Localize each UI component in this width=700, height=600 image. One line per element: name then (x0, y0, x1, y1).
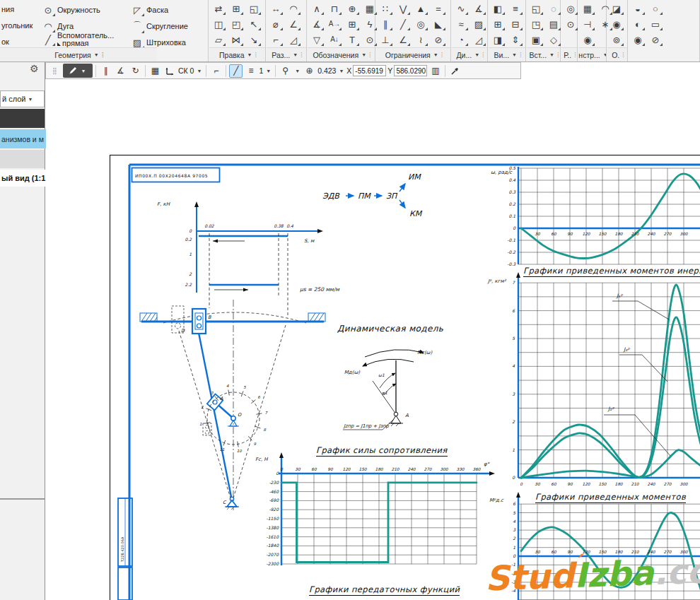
tool-icon[interactable]: ◿ (286, 32, 301, 47)
group-caption[interactable]: Инстр...▼⁞ (578, 47, 606, 61)
zoom-icon[interactable]: ⊕ (303, 64, 316, 78)
tool-icon[interactable]: ∡ (309, 16, 325, 32)
tool-icon[interactable]: ◎ (563, 1, 578, 16)
tool-icon[interactable]: ↘ (246, 32, 262, 47)
tool-icon[interactable]: ◌ (546, 1, 561, 16)
tool-icon[interactable]: ◐ (630, 16, 646, 32)
tool-icon[interactable]: ≡ (508, 1, 523, 16)
layers-icon[interactable]: ≡ (244, 64, 257, 78)
tool-icon[interactable]: ▦ (580, 1, 595, 16)
coordinate-system-select[interactable]: СК 0 (178, 66, 194, 75)
group-caption[interactable]: О.⁞ (607, 47, 627, 61)
tool-icon[interactable]: ⊙ (563, 16, 578, 32)
corner-icon[interactable]: ⌐ (209, 64, 223, 78)
x-coordinate-field[interactable]: -55.6919 (353, 65, 386, 76)
pen-style-button[interactable]: ▼ (63, 64, 93, 78)
tool-icon[interactable]: ∧ (309, 1, 325, 16)
tool-icon[interactable]: A↓ (327, 32, 342, 47)
snap-toggle-active[interactable]: ╱ (229, 64, 243, 78)
group-caption[interactable]: Вст...▼⁞ (527, 47, 560, 61)
y-coordinate-field[interactable]: 586.0290 (394, 65, 427, 76)
tool-icon[interactable]: ∠ (395, 32, 411, 47)
tool-icon[interactable]: ⋁ (395, 1, 411, 16)
tool-icon[interactable]: ◪ (609, 1, 624, 16)
tool-icon[interactable]: ◇ (546, 32, 561, 47)
color-swatch-row[interactable] (0, 109, 45, 128)
tool-icon[interactable]: ◰ (228, 16, 244, 32)
group-caption[interactable]: Ви...▼⁞ (489, 47, 525, 61)
geometry-tool-button[interactable]: ок (1, 37, 9, 46)
tool-icon[interactable]: ∿ (453, 1, 469, 16)
tool-icon[interactable]: ◨ (490, 32, 506, 47)
tool-icon[interactable]: ⋈ (228, 32, 244, 47)
tool-icon[interactable]: ↔ (268, 1, 284, 16)
tool-icon[interactable]: ◔ (453, 32, 469, 47)
zoom-level-select[interactable]: 0.423 (317, 66, 336, 75)
tool-icon[interactable]: ⌀ (268, 16, 284, 32)
tool-icon[interactable]: ⊘ (648, 32, 663, 47)
geometry-tool-button[interactable]: ╱Вспомогатель...прямая (42, 33, 114, 47)
tool-icon[interactable]: ◱ (528, 1, 544, 16)
tool-icon[interactable]: = (431, 1, 446, 16)
panel-row[interactable] (0, 150, 45, 168)
tool-icon[interactable]: ○ (648, 1, 663, 16)
tool-icon[interactable]: ⊓ (327, 1, 342, 16)
chevron-down-icon[interactable]: ▼ (339, 69, 344, 73)
ruler-icon[interactable]: ▥ (428, 64, 442, 78)
group-caption[interactable]: Р..⁞ (561, 47, 577, 61)
group-caption[interactable]: Геометрия▼⁞⁞ (0, 47, 157, 61)
tool-icon[interactable]: ⊘ (431, 32, 446, 47)
chevron-down-icon[interactable]: ▼ (266, 69, 271, 73)
tool-icon[interactable]: ▨ (471, 16, 486, 32)
eyedropper-icon[interactable] (448, 64, 462, 78)
tool-icon[interactable]: ∥ (378, 16, 393, 32)
tool-icon[interactable]: ◉ (609, 16, 624, 32)
selected-document-row[interactable]: анизмов и м (0, 129, 46, 148)
tool-icon[interactable]: ◱ (246, 1, 262, 16)
search-icon[interactable]: ⚲ (279, 64, 292, 78)
tool-icon[interactable]: ▱ (211, 32, 226, 47)
tool-icon[interactable]: ╱ (395, 16, 411, 32)
tool-icon[interactable]: ◳ (528, 16, 544, 32)
group-caption[interactable]: Ди...▼⁞ (452, 47, 487, 61)
axes-icon[interactable] (163, 64, 177, 78)
parallel-snap-icon[interactable]: ∥ (99, 64, 112, 78)
geometry-tool-button[interactable]: ◸Фаска (132, 3, 168, 17)
tool-icon[interactable]: ⊙ (362, 32, 378, 47)
tool-icon[interactable]: ⊚ (609, 32, 624, 47)
tool-icon[interactable]: ⇄ (211, 1, 226, 16)
tool-icon[interactable]: ◉ (630, 32, 646, 47)
tool-icon[interactable]: ◎ (413, 16, 428, 32)
tool-icon[interactable]: ▦ (362, 1, 378, 16)
tool-icon[interactable]: ↖ (246, 16, 262, 32)
tool-icon[interactable]: ◣ (431, 16, 446, 32)
chevron-down-icon[interactable]: ▼ (197, 69, 202, 73)
tool-icon[interactable]: ∡ (471, 1, 486, 16)
toolbar-grip[interactable]: ⣿ (48, 64, 62, 78)
geometry-tool-button[interactable]: ния (1, 5, 14, 13)
tool-icon[interactable]: ◉ (580, 32, 595, 47)
tool-icon[interactable]: ◫ (211, 16, 226, 32)
tool-icon[interactable]: ⊟ (508, 16, 523, 32)
tool-icon[interactable]: ▽ (309, 32, 325, 47)
group-caption[interactable]: Правка▼⁞ (209, 47, 265, 61)
view-row[interactable]: ый вид (1:1 (0, 170, 46, 187)
geometry-tool-button[interactable]: ⌒Скругление (132, 19, 188, 33)
tool-icon[interactable]: ◠ (286, 1, 301, 16)
tool-icon[interactable]: Т (344, 32, 360, 47)
tool-icon[interactable]: ▣ (528, 32, 544, 47)
group-caption[interactable]: Обозначения▼⁞ (308, 47, 375, 61)
geometry-tool-button[interactable]: ⊙Окружность (42, 3, 100, 17)
tool-icon[interactable]: ⊞ (228, 1, 244, 16)
tool-icon[interactable]: ≈ (453, 16, 469, 32)
tool-icon[interactable]: ∠ (286, 16, 301, 32)
chevron-down-icon[interactable]: ▼ (295, 69, 300, 73)
tool-icon[interactable]: ⊞ (490, 16, 506, 32)
gear-icon[interactable]: ⚙ (30, 63, 39, 74)
tool-icon[interactable]: ◧ (490, 1, 506, 16)
tool-icon[interactable]: ▭ (648, 16, 663, 32)
tool-icon[interactable]: ◒ (630, 1, 646, 16)
tool-icon[interactable]: ⊕ (344, 1, 360, 16)
tool-icon[interactable]: A→ (327, 16, 342, 32)
tool-icon[interactable]: ⊥ (378, 32, 393, 47)
